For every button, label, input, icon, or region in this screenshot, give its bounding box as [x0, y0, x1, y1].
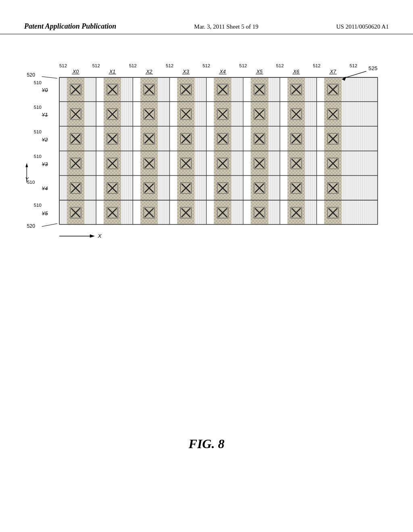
svg-text:X1: X1	[109, 69, 115, 75]
svg-text:X6: X6	[293, 69, 299, 75]
svg-text:520: 520	[27, 72, 35, 78]
ref-525-label: 525	[369, 65, 378, 71]
svg-text:510: 510	[34, 129, 42, 134]
publication-date-sheet: Mar. 3, 2011 Sheet 5 of 19	[194, 23, 258, 30]
svg-text:512: 512	[276, 63, 284, 68]
svg-line-73	[42, 77, 57, 78]
svg-text:512: 512	[239, 63, 247, 68]
svg-marker-93	[25, 163, 28, 167]
svg-text:512: 512	[350, 63, 357, 68]
svg-text:512: 512	[202, 63, 210, 68]
svg-text:510: 510	[34, 154, 42, 159]
svg-text:512: 512	[92, 63, 100, 68]
svg-text:520: 520	[27, 223, 35, 229]
svg-text:512: 512	[313, 63, 321, 68]
svg-text:X2: X2	[146, 69, 152, 75]
svg-text:X4: X4	[219, 69, 226, 75]
svg-text:510: 510	[34, 105, 42, 110]
svg-text:X3: X3	[182, 69, 189, 75]
svg-text:510: 510	[34, 80, 42, 85]
svg-text:Y1: Y1	[42, 112, 48, 118]
svg-marker-98	[90, 235, 95, 238]
figure-label: FIG. 8	[189, 436, 225, 451]
svg-text:X0: X0	[72, 69, 79, 75]
svg-text:X: X	[97, 233, 102, 239]
svg-text:Y3: Y3	[42, 162, 48, 167]
svg-text:512: 512	[59, 63, 67, 68]
svg-text:512: 512	[166, 63, 173, 68]
svg-text:Y0: Y0	[42, 87, 48, 93]
main-diagram: 512 512 512 512 512 512 512 512 512 X0 X…	[20, 52, 399, 286]
publication-number: US 2011/0050620 A1	[336, 23, 389, 30]
svg-line-75	[42, 224, 57, 227]
svg-text:Y5: Y5	[42, 211, 48, 216]
svg-text:512: 512	[129, 63, 137, 68]
svg-text:X7: X7	[330, 69, 336, 75]
page-header: Patent Application Publication Mar. 3, 2…	[0, 22, 413, 34]
svg-text:Y4: Y4	[42, 186, 48, 191]
publication-title: Patent Application Publication	[24, 22, 116, 31]
svg-text:Y2: Y2	[42, 137, 48, 143]
svg-text:510: 510	[34, 203, 42, 208]
svg-text:X5: X5	[256, 69, 263, 75]
